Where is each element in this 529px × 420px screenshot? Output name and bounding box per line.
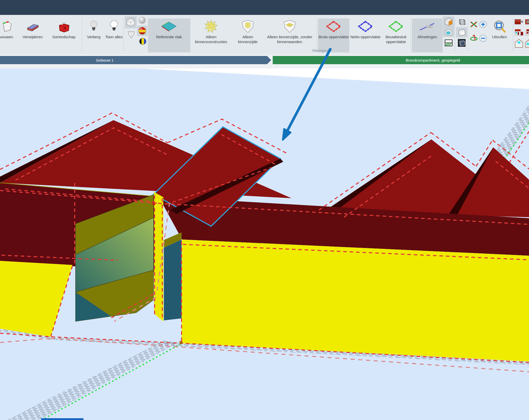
ribbon-separator: [317, 18, 317, 51]
roof-variant-1-icon: [514, 18, 524, 26]
bulb-off-icon: [81, 18, 107, 34]
breadcrumb: Gebouw 1 Brandcompartiment, gespiegeld: [0, 54, 529, 69]
bottom-blue-element: [41, 418, 83, 420]
button-referentie-vlak[interactable]: Referentie vlak: [148, 18, 190, 52]
open-box-toggle[interactable]: [443, 27, 454, 37]
zoom-in-icon: [479, 21, 487, 28]
house-variant-2-toggle[interactable]: [525, 39, 529, 48]
roof-variant-1-toggle[interactable]: [514, 18, 524, 26]
button-label: Gereedschap: [47, 34, 81, 39]
button-alleen-binnenzijde-zonder-binnenwanden[interactable]: Alleen binnenzijde, zonder binnenwanden: [264, 18, 315, 52]
cube-icon: [126, 18, 135, 27]
button-netto-oppervlakte[interactable]: Netto oppervlakte: [350, 18, 381, 52]
button-label: Afmetingen: [412, 34, 443, 39]
inner-side-icon: [232, 18, 263, 34]
zoom-in-button[interactable]: [479, 21, 487, 28]
hatch-panel-icon: [444, 39, 453, 47]
right-yellow-wall[interactable]: [182, 240, 529, 361]
roof-variant-2-icon: [525, 18, 529, 26]
wireframe-cube-toggle[interactable]: [457, 17, 467, 27]
button-alleen-binnenconstructies[interactable]: Alleen binnenconstructies: [191, 18, 232, 52]
sphere-black-yellow-blue-icon: [139, 37, 147, 45]
solid-cube-icon: [457, 28, 466, 37]
ribbon-separator: [124, 18, 124, 51]
toolbox-icon: [47, 18, 81, 34]
prism-icon: [127, 30, 135, 39]
open-box-icon: [444, 28, 453, 36]
house-variant-1-toggle[interactable]: [514, 39, 524, 48]
button-bruto-oppervlakte[interactable]: Bruto oppervlakte: [318, 18, 349, 52]
sphere-red-yellow-icon: [138, 27, 146, 35]
gross-area-diamond-icon: [318, 18, 349, 34]
ribbon-separator: [411, 18, 411, 51]
button-bouwbesluit-oppervlakte[interactable]: Bouwbesluit oppervlakte: [382, 18, 410, 52]
ribbon-separator: [513, 18, 513, 51]
net-area-diamond-icon: [350, 18, 381, 34]
ribbon-group-label-weergave: Weergave: [304, 48, 338, 53]
reference-plane-icon: [148, 18, 190, 34]
solid-cube-toggle[interactable]: [456, 27, 467, 37]
move-axes-button[interactable]: [469, 20, 478, 29]
view-cube-toggle[interactable]: [125, 16, 137, 28]
button-label: Referentie vlak: [148, 34, 190, 39]
move-axes-icon: [470, 20, 478, 28]
eraser-icon: [16, 18, 49, 34]
dimensions-icon: 1205.0: [412, 18, 443, 34]
sphere-grey-icon: [138, 16, 146, 24]
zoom-fit-icon: [488, 18, 511, 34]
svg-text:1205.0: 1205.0: [427, 26, 432, 27]
button-verwijderen[interactable]: Verwijderen: [16, 18, 49, 52]
breadcrumb-compartment[interactable]: Brandcompartiment, gespiegeld: [273, 56, 529, 64]
application-window: { "ribbon": { "group_label": "Weergave",…: [0, 0, 529, 420]
button-label: Bruto oppervlakte: [318, 34, 349, 39]
3d-viewport[interactable]: [0, 69, 529, 420]
window-title-bar: [0, 0, 529, 15]
button-gereedschap[interactable]: Gereedschap: [47, 18, 81, 52]
ribbon-separator: [468, 18, 468, 51]
button-label: Toon alles: [104, 34, 124, 39]
inner-side-no-walls-icon: [264, 18, 315, 34]
ribbon-separator: [455, 18, 455, 51]
button-label: Verberg: [81, 34, 107, 39]
ribbon-separator: [190, 18, 190, 51]
button-toon-alles[interactable]: Toon alles: [104, 18, 124, 52]
button-alleen-binnenzijde[interactable]: Alleen binnenzijde: [232, 18, 263, 52]
inner-constructions-icon: [191, 18, 232, 34]
hatch-panel-toggle[interactable]: [443, 38, 454, 48]
facade-variant-2-toggle[interactable]: [525, 28, 529, 37]
button-afmetingen[interactable]: 1205.0 Afmetingen: [412, 18, 443, 52]
button-label: Alleen binnenzijde, zonder binnenwanden: [264, 34, 315, 44]
button-uitvullen[interactable]: Uitvullen: [488, 18, 511, 52]
orbit-button[interactable]: [469, 34, 478, 43]
button-label: Alleen binnenconstructies: [191, 34, 232, 44]
material-sphere-red-yellow-toggle[interactable]: [137, 26, 147, 36]
button-label: Verwijderen: [16, 34, 49, 39]
button-vouwen[interactable]: vouwen: [0, 18, 18, 52]
zoom-out-button[interactable]: [479, 34, 487, 42]
breadcrumb-building[interactable]: Gebouw 1: [0, 56, 271, 64]
breadcrumb-building-label: Gebouw 1: [96, 58, 114, 62]
facade-variant-2-icon: [525, 29, 529, 36]
unfold-box-icon: [0, 18, 18, 34]
facade-variant-1-toggle[interactable]: [514, 28, 524, 37]
material-sphere-black-yellow-blue-toggle[interactable]: [138, 37, 147, 46]
code-area-diamond-icon: [382, 18, 410, 34]
button-label: Alleen binnenzijde: [232, 34, 263, 44]
view-prism-toggle[interactable]: [126, 29, 136, 40]
dark-cube-toggle[interactable]: [457, 38, 467, 48]
roof-variant-2-toggle[interactable]: [525, 18, 529, 26]
material-sphere-grey-toggle[interactable]: [138, 16, 147, 25]
button-label: Bouwbesluit oppervlakte: [382, 34, 410, 44]
facade-variant-1-icon: [514, 29, 524, 36]
button-label: Netto oppervlakte: [350, 34, 381, 39]
breadcrumb-compartment-label: Brandcompartiment, gespiegeld: [406, 58, 460, 62]
ribbon-toolbar: vouwen Verwijderen Gereedschap Verberg T…: [0, 15, 529, 54]
orbit-icon: [470, 34, 478, 42]
cube-orange-face-toggle[interactable]: [443, 17, 454, 27]
interior-teal-face: [164, 240, 182, 320]
button-verberg[interactable]: Verberg: [81, 18, 107, 52]
cube-orange-face-icon: [444, 17, 453, 26]
button-label: Uitvullen: [488, 34, 511, 39]
house-variant-1-icon: [515, 39, 523, 48]
bulb-on-icon: [104, 18, 124, 34]
